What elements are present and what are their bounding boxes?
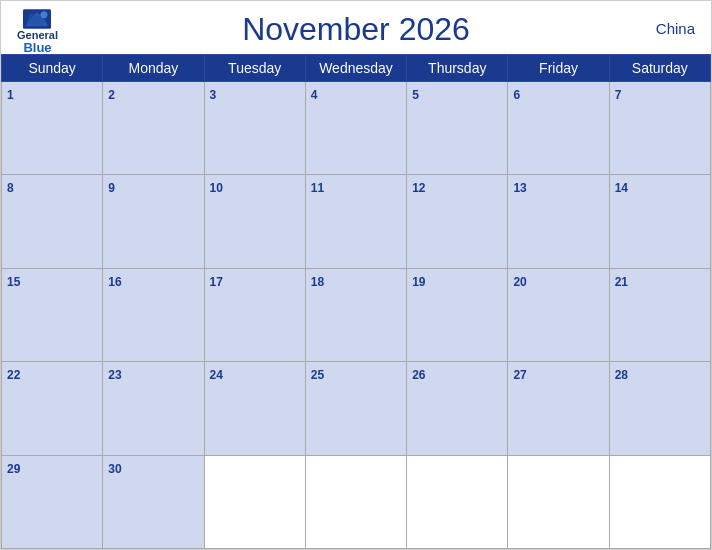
calendar-cell-week3-day1: 16 bbox=[103, 268, 204, 361]
day-number: 28 bbox=[615, 368, 628, 382]
calendar-cell-week5-day2 bbox=[204, 455, 305, 548]
calendar-cell-week3-day2: 17 bbox=[204, 268, 305, 361]
day-number: 29 bbox=[7, 462, 20, 476]
day-number: 14 bbox=[615, 181, 628, 195]
day-number: 11 bbox=[311, 181, 324, 195]
calendar-cell-week1-day3: 4 bbox=[305, 82, 406, 175]
day-number: 12 bbox=[412, 181, 425, 195]
calendar-cell-week1-day5: 6 bbox=[508, 82, 609, 175]
header-tuesday: Tuesday bbox=[204, 55, 305, 82]
general-blue-logo-icon bbox=[23, 9, 51, 29]
day-number: 1 bbox=[7, 88, 14, 102]
day-number: 23 bbox=[108, 368, 121, 382]
calendar-cell-week4-day0: 22 bbox=[2, 362, 103, 455]
calendar-cell-week5-day4 bbox=[407, 455, 508, 548]
day-number: 21 bbox=[615, 275, 628, 289]
header-sunday: Sunday bbox=[2, 55, 103, 82]
day-number: 17 bbox=[210, 275, 223, 289]
day-number: 6 bbox=[513, 88, 520, 102]
logo-blue-text: Blue bbox=[23, 41, 51, 54]
day-number: 5 bbox=[412, 88, 419, 102]
day-number: 4 bbox=[311, 88, 318, 102]
country-label: China bbox=[656, 19, 695, 36]
header-saturday: Saturday bbox=[609, 55, 710, 82]
day-number: 18 bbox=[311, 275, 324, 289]
day-number: 13 bbox=[513, 181, 526, 195]
calendar-cell-week1-day4: 5 bbox=[407, 82, 508, 175]
calendar-week-row-1: 1234567 bbox=[2, 82, 711, 175]
calendar-header: General Blue November 2026 China bbox=[1, 1, 711, 54]
calendar-cell-week4-day6: 28 bbox=[609, 362, 710, 455]
header-wednesday: Wednesday bbox=[305, 55, 406, 82]
calendar-wrapper: General Blue November 2026 China Sunday … bbox=[0, 0, 712, 550]
calendar-body: 1234567891011121314151617181920212223242… bbox=[2, 82, 711, 549]
day-number: 10 bbox=[210, 181, 223, 195]
calendar-cell-week5-day1: 30 bbox=[103, 455, 204, 548]
header-friday: Friday bbox=[508, 55, 609, 82]
header-thursday: Thursday bbox=[407, 55, 508, 82]
calendar-cell-week3-day5: 20 bbox=[508, 268, 609, 361]
calendar-cell-week2-day5: 13 bbox=[508, 175, 609, 268]
day-number: 9 bbox=[108, 181, 115, 195]
day-number: 26 bbox=[412, 368, 425, 382]
calendar-cell-week2-day4: 12 bbox=[407, 175, 508, 268]
calendar-cell-week5-day6 bbox=[609, 455, 710, 548]
calendar-cell-week1-day6: 7 bbox=[609, 82, 710, 175]
calendar-cell-week2-day6: 14 bbox=[609, 175, 710, 268]
svg-point-3 bbox=[41, 11, 48, 18]
calendar-cell-week5-day5 bbox=[508, 455, 609, 548]
calendar-cell-week2-day0: 8 bbox=[2, 175, 103, 268]
calendar-cell-week1-day1: 2 bbox=[103, 82, 204, 175]
calendar-week-row-2: 891011121314 bbox=[2, 175, 711, 268]
calendar-title: November 2026 bbox=[242, 11, 470, 48]
calendar-cell-week3-day4: 19 bbox=[407, 268, 508, 361]
calendar-week-row-3: 15161718192021 bbox=[2, 268, 711, 361]
calendar-cell-week3-day6: 21 bbox=[609, 268, 710, 361]
day-number: 15 bbox=[7, 275, 20, 289]
calendar-cell-week4-day4: 26 bbox=[407, 362, 508, 455]
calendar-cell-week3-day0: 15 bbox=[2, 268, 103, 361]
calendar-cell-week1-day2: 3 bbox=[204, 82, 305, 175]
day-number: 8 bbox=[7, 181, 14, 195]
calendar-cell-week4-day1: 23 bbox=[103, 362, 204, 455]
day-number: 16 bbox=[108, 275, 121, 289]
header-monday: Monday bbox=[103, 55, 204, 82]
day-number: 2 bbox=[108, 88, 115, 102]
day-number: 7 bbox=[615, 88, 622, 102]
weekday-header-row: Sunday Monday Tuesday Wednesday Thursday… bbox=[2, 55, 711, 82]
calendar-cell-week5-day0: 29 bbox=[2, 455, 103, 548]
day-number: 22 bbox=[7, 368, 20, 382]
calendar-cell-week2-day3: 11 bbox=[305, 175, 406, 268]
calendar-week-row-4: 22232425262728 bbox=[2, 362, 711, 455]
day-number: 19 bbox=[412, 275, 425, 289]
day-number: 25 bbox=[311, 368, 324, 382]
calendar-week-row-5: 2930 bbox=[2, 455, 711, 548]
logo-area: General Blue bbox=[17, 9, 58, 54]
calendar-cell-week5-day3 bbox=[305, 455, 406, 548]
calendar-cell-week4-day5: 27 bbox=[508, 362, 609, 455]
day-number: 30 bbox=[108, 462, 121, 476]
calendar-cell-week2-day1: 9 bbox=[103, 175, 204, 268]
calendar-cell-week4-day2: 24 bbox=[204, 362, 305, 455]
calendar-cell-week4-day3: 25 bbox=[305, 362, 406, 455]
day-number: 24 bbox=[210, 368, 223, 382]
calendar-cell-week1-day0: 1 bbox=[2, 82, 103, 175]
day-number: 20 bbox=[513, 275, 526, 289]
calendar-table: Sunday Monday Tuesday Wednesday Thursday… bbox=[1, 54, 711, 549]
calendar-cell-week2-day2: 10 bbox=[204, 175, 305, 268]
day-number: 27 bbox=[513, 368, 526, 382]
calendar-cell-week3-day3: 18 bbox=[305, 268, 406, 361]
day-number: 3 bbox=[210, 88, 217, 102]
